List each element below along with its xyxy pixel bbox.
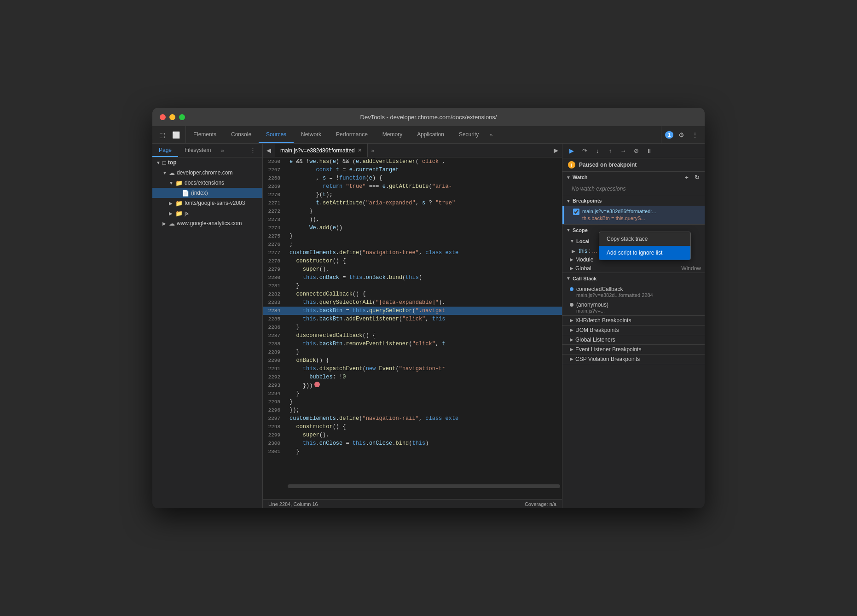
horizontal-scrollbar[interactable]: [288, 484, 560, 488]
call-stack-item-0[interactable]: connectedCallback main.js?v=e382d...form…: [562, 284, 705, 300]
traffic-lights: [160, 114, 185, 120]
editor-tab-toggle[interactable]: ◀: [263, 147, 275, 154]
deactivate-breakpoints-button[interactable]: ⊘: [631, 145, 642, 157]
tab-list: Elements Console Sources Network Perform…: [186, 126, 661, 143]
code-line-2295: 2295 }: [263, 398, 562, 406]
tabs-more-button[interactable]: »: [486, 126, 496, 143]
resume-button[interactable]: ▶: [566, 145, 577, 157]
run-button[interactable]: ▶: [550, 147, 562, 154]
global-section[interactable]: ▶ Global Window: [562, 264, 705, 273]
file-tree: ▼ □ top ▼ ☁ developer.chrome.com ▼ 📁 doc…: [152, 157, 262, 508]
code-line-2282: 2282 connectedCallback() {: [263, 290, 562, 298]
debugger-toolbar: ▶ ↷ ↓ ↑ → ⊘ ⏸: [562, 144, 705, 158]
tab-performance[interactable]: Performance: [329, 126, 375, 143]
tree-item-top[interactable]: ▼ □ top: [152, 157, 262, 168]
sidebar-tabs: Page Filesystem » ⋮: [152, 144, 262, 157]
tab-elements[interactable]: Elements: [186, 126, 224, 143]
sidebar-tabs-more[interactable]: »: [217, 144, 227, 157]
breakpoints-header[interactable]: ▼ Breakpoints: [562, 195, 705, 206]
code-line-2291: 2291 this.dispatchEvent(new Event("navig…: [263, 365, 562, 373]
code-line-2284: 2284 this.backBtn = this.querySelector("…: [263, 307, 562, 315]
tab-application[interactable]: Application: [410, 126, 452, 143]
code-line-2292: 2292 bubbles: !0: [263, 373, 562, 381]
more-options-icon[interactable]: ⋮: [689, 129, 701, 141]
breakpoint-text: main.js?v=e382d86f:formatted:... this.ba…: [582, 208, 656, 222]
tab-memory[interactable]: Memory: [375, 126, 410, 143]
add-ignore-list-item[interactable]: Add script to ignore list: [599, 246, 690, 260]
code-line-2301: 2301 }: [263, 447, 562, 456]
call-stack-item-1[interactable]: (anonymous) main.js?v=... Copy stack tra…: [562, 300, 705, 315]
breakpoint-item[interactable]: main.js?v=e382d86f:formatted:... this.ba…: [562, 206, 705, 224]
code-line-2273: 2273 )),: [263, 215, 562, 224]
tree-item-index[interactable]: 📄 (index): [152, 188, 262, 198]
step-over-button[interactable]: ↷: [579, 145, 590, 157]
watch-header[interactable]: ▼ Watch + ↻: [562, 172, 705, 183]
tree-item-analytics[interactable]: ▶ ☁ www.google-analytics.com: [152, 218, 262, 228]
tab-network[interactable]: Network: [294, 126, 329, 143]
tree-item-js[interactable]: ▶ 📁 js: [152, 208, 262, 218]
tree-item-fonts[interactable]: ▶ 📁 fonts/google-sans-v2003: [152, 198, 262, 208]
breakpoint-checkbox[interactable]: [573, 209, 579, 215]
editor-tabs-more[interactable]: »: [368, 148, 378, 153]
code-line-2274: 2274 We.add(e)): [263, 224, 562, 232]
dom-header[interactable]: ▶ DOM Breakpoints: [562, 325, 705, 335]
watch-section: ▼ Watch + ↻ No watch expressions: [562, 172, 705, 195]
notification-badge: 1: [665, 131, 673, 139]
csp-section: ▶ CSP Violation Breakpoints: [562, 354, 705, 364]
copy-stack-trace-item[interactable]: Copy stack trace: [599, 232, 690, 246]
call-stack-section: ▼ Call Stack connectedCallback main.js?v…: [562, 273, 705, 316]
code-line-2288: 2288 this.backBtn.removeEventListener("c…: [263, 340, 562, 348]
code-line-2281: 2281 }: [263, 282, 562, 290]
tab-close-icon[interactable]: ✕: [358, 147, 362, 153]
tab-security[interactable]: Security: [452, 126, 486, 143]
code-line-2260: 2260 e && !we.has(e) && (e.addEventListe…: [263, 157, 562, 166]
debugger-panel: ▶ ↷ ↓ ↑ → ⊘ ⏸ i Paused on breakpoint ▼ W…: [562, 144, 705, 508]
devtools-window: DevTools - developer.chrome.com/docs/ext…: [152, 108, 705, 508]
step-button[interactable]: →: [618, 145, 629, 157]
refresh-watch-icon[interactable]: ↻: [693, 173, 701, 181]
code-line-2297: 2297 customElements.define("navigation-r…: [263, 414, 562, 423]
pause-on-exception-button[interactable]: ⏸: [643, 145, 654, 157]
code-line-2293: 2293 })): [263, 381, 562, 389]
title-bar: DevTools - developer.chrome.com/docs/ext…: [152, 108, 705, 126]
code-line-2296: 2296 });: [263, 406, 562, 414]
devtools-icons: ⬚ ⬜: [152, 126, 186, 143]
watch-empty-label: No watch expressions: [562, 183, 705, 195]
settings-icon[interactable]: ⚙: [675, 129, 687, 141]
tab-sources[interactable]: Sources: [259, 126, 294, 143]
code-line-2285: 2285 this.backBtn.addEventListener("clic…: [263, 315, 562, 323]
global-listeners-header[interactable]: ▶ Global Listeners: [562, 335, 705, 344]
tree-item-docs-extensions[interactable]: ▼ 📁 docs/extensions: [152, 178, 262, 188]
sidebar-tab-page[interactable]: Page: [152, 144, 178, 157]
sidebar-more-options[interactable]: ⋮: [247, 145, 259, 157]
window-title: DevTools - developer.chrome.com/docs/ext…: [360, 114, 497, 121]
code-line-2289: 2289 }: [263, 348, 562, 356]
sidebar-tab-filesystem[interactable]: Filesystem: [178, 144, 217, 157]
coverage-status: Coverage: n/a: [525, 501, 556, 507]
csp-header[interactable]: ▶ CSP Violation Breakpoints: [562, 354, 705, 364]
close-button[interactable]: [160, 114, 166, 120]
breakpoints-section: ▼ Breakpoints main.js?v=e382d86f:formatt…: [562, 195, 705, 225]
cursor-icon[interactable]: ⬚: [156, 129, 168, 141]
code-line-2268: 2268 , s = !function(e) {: [263, 174, 562, 182]
step-into-button[interactable]: ↓: [592, 145, 603, 157]
tab-console[interactable]: Console: [224, 126, 259, 143]
maximize-button[interactable]: [179, 114, 185, 120]
code-line-2276: 2276 ;: [263, 240, 562, 249]
paused-icon: i: [568, 161, 575, 169]
code-view[interactable]: 2260 e && !we.has(e) && (e.addEventListe…: [263, 157, 562, 499]
cursor-position: Line 2284, Column 16: [268, 501, 318, 507]
xhr-header[interactable]: ▶ XHR/fetch Breakpoints: [562, 316, 705, 325]
call-stack-header[interactable]: ▼ Call Stack: [562, 273, 705, 284]
add-watch-icon[interactable]: +: [683, 173, 691, 181]
event-listeners-header[interactable]: ▶ Event Listener Breakpoints: [562, 345, 705, 354]
step-out-button[interactable]: ↑: [605, 145, 616, 157]
code-line-2270: 2270 }(t);: [263, 191, 562, 199]
paused-text: Paused on breakpoint: [579, 162, 637, 168]
editor-tab-main[interactable]: main.js?v=e382d86f:formatted ✕: [275, 144, 368, 157]
code-line-2277: 2277 customElements.define("navigation-t…: [263, 249, 562, 257]
tree-item-developer-chrome[interactable]: ▼ ☁ developer.chrome.com: [152, 168, 262, 178]
code-line-2299: 2299 super(),: [263, 431, 562, 439]
device-icon[interactable]: ⬜: [170, 129, 182, 141]
minimize-button[interactable]: [169, 114, 175, 120]
